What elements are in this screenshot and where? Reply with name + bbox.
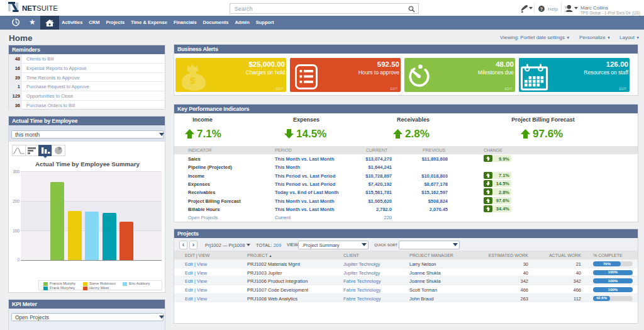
svg-text:?: ? <box>540 6 543 11</box>
svg-text:$: $ <box>190 75 196 86</box>
